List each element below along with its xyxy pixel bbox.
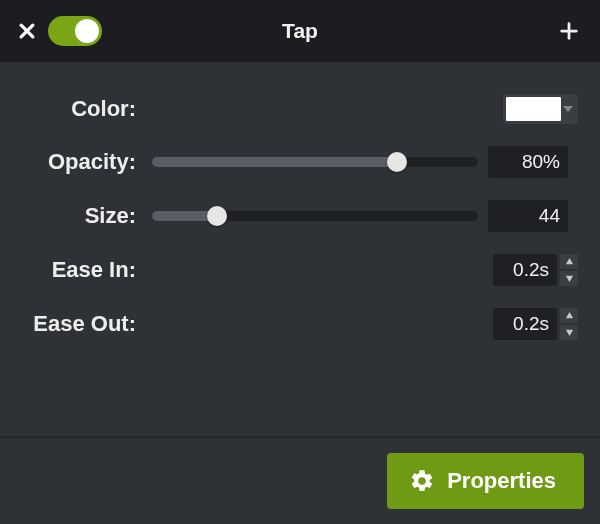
- enable-toggle[interactable]: [48, 16, 102, 46]
- ease-out-input[interactable]: 0.2s: [493, 308, 557, 340]
- slider-thumb[interactable]: [207, 206, 227, 226]
- size-slider[interactable]: [152, 211, 478, 221]
- chevron-down-icon: [561, 104, 575, 114]
- row-color: Color:: [22, 94, 578, 124]
- opacity-input[interactable]: 80%: [488, 146, 568, 178]
- row-ease-in: Ease In: 0.2s: [22, 254, 578, 286]
- ease-in-input[interactable]: 0.2s: [493, 254, 557, 286]
- properties-button[interactable]: Properties: [387, 453, 584, 509]
- row-opacity: Opacity: 80%: [22, 146, 578, 178]
- ease-out-stepper[interactable]: 0.2s: [493, 308, 578, 340]
- svg-marker-6: [565, 276, 572, 282]
- properties-button-label: Properties: [447, 468, 556, 494]
- svg-marker-7: [565, 312, 572, 318]
- size-input[interactable]: 44: [488, 200, 568, 232]
- slider-fill: [152, 157, 397, 167]
- svg-marker-4: [563, 106, 573, 112]
- stepper-up-icon[interactable]: [560, 308, 578, 323]
- label-size: Size:: [22, 203, 142, 229]
- label-color: Color:: [22, 96, 142, 122]
- stepper-down-icon[interactable]: [560, 271, 578, 286]
- plus-icon[interactable]: [558, 20, 584, 42]
- ease-in-stepper[interactable]: 0.2s: [493, 254, 578, 286]
- color-picker[interactable]: [503, 94, 578, 124]
- label-ease-out: Ease Out:: [22, 311, 142, 337]
- slider-thumb[interactable]: [387, 152, 407, 172]
- footer-bar: Properties: [0, 436, 600, 524]
- gear-icon: [409, 468, 435, 494]
- settings-panel: Color: Opacity: 80% Size:: [0, 62, 600, 340]
- stepper-up-icon[interactable]: [560, 254, 578, 269]
- color-chip: [506, 97, 561, 121]
- header-bar: Tap: [0, 0, 600, 62]
- svg-marker-5: [565, 258, 572, 264]
- row-size: Size: 44: [22, 200, 578, 232]
- opacity-slider[interactable]: [152, 157, 478, 167]
- stepper-down-icon[interactable]: [560, 325, 578, 340]
- toggle-knob: [75, 19, 99, 43]
- svg-marker-8: [565, 330, 572, 336]
- close-icon[interactable]: [16, 20, 38, 42]
- row-ease-out: Ease Out: 0.2s: [22, 308, 578, 340]
- label-ease-in: Ease In:: [22, 257, 142, 283]
- label-opacity: Opacity:: [22, 149, 142, 175]
